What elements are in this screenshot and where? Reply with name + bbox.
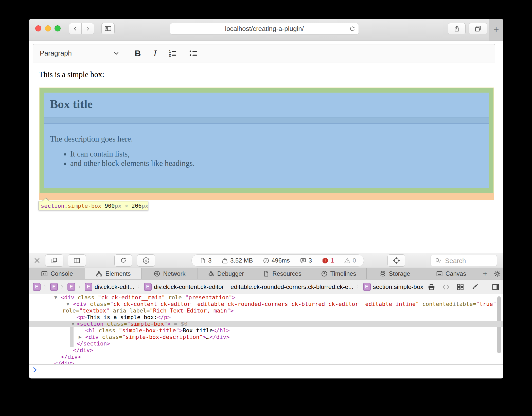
tab-canvas[interactable]: Canvas <box>423 268 479 279</box>
token-attr: class= <box>102 334 122 340</box>
tab-timelines[interactable]: Timelines <box>310 268 367 279</box>
dom-tree-row[interactable]: <p>This is a simple box:</p> <box>29 314 503 321</box>
tabs-overview-icon <box>474 25 482 32</box>
tab-console[interactable]: Console <box>29 268 85 279</box>
dom-code: <p>This is a simple box:</p> <box>29 314 171 321</box>
token-tag: </p> <box>157 314 171 320</box>
dom-code: <div class="simple-box-description">…</d… <box>29 334 230 340</box>
breadcrumb-item[interactable]: Esection.simple-box <box>363 283 423 291</box>
intro-paragraph: This is a simple box: <box>39 70 104 79</box>
token-text: … <box>206 334 209 340</box>
stat-clock[interactable]: 496ms <box>263 257 290 264</box>
token-plain <box>419 301 422 307</box>
search-input[interactable] <box>445 255 494 267</box>
token-val: "textbox" <box>79 307 109 314</box>
dom-tree-row[interactable]: ▶<div class="simple-box-description">…</… <box>29 334 503 340</box>
dom-tree-row[interactable]: </div> <box>29 360 503 364</box>
console-prompt[interactable] <box>29 365 503 378</box>
reload-icon[interactable] <box>349 26 356 32</box>
new-tab-button[interactable]: + <box>489 19 503 41</box>
stat-weight[interactable]: 3.52 MB <box>221 257 253 264</box>
breadcrumb-label: div.ck.ck-edit... <box>95 283 134 290</box>
chevron-right-icon <box>356 284 360 290</box>
tab-label: Resources <box>272 270 302 277</box>
back-button[interactable] <box>69 23 82 34</box>
minimize-window-button[interactable] <box>45 25 51 31</box>
element-badge: E <box>363 283 371 291</box>
stat-document[interactable]: 3 <box>199 257 211 264</box>
show-all-tabs-button[interactable] <box>469 23 487 34</box>
tab-resources[interactable]: Resources <box>254 268 310 279</box>
numbered-list-button[interactable]: 12 <box>167 48 177 58</box>
dock-side-button[interactable] <box>68 254 86 267</box>
share-button[interactable] <box>448 23 466 34</box>
tab-storage[interactable]: Storage <box>367 268 423 279</box>
document-icon <box>199 257 206 264</box>
triangle-right-icon[interactable]: ▶ <box>79 334 82 340</box>
dom-tree-row[interactable]: </div> <box>29 347 503 354</box>
inspector-reload-button[interactable] <box>114 254 132 267</box>
editor-content-area[interactable]: This is a simple box: Box title The desc… <box>33 62 495 200</box>
close-inspector-button[interactable] <box>33 257 41 264</box>
dom-tree-row[interactable]: </section> <box>29 340 503 347</box>
element-picker-button[interactable] <box>387 254 405 267</box>
dom-tree-row[interactable]: role="textbox" aria-label="Rich Text Edi… <box>29 307 503 314</box>
dom-code: <div class="ck ck-content ck-editor__edi… <box>29 301 496 307</box>
stat-error-octagon[interactable]: !1 <box>322 257 334 264</box>
tooltip-class: simple-box <box>68 203 101 209</box>
triangle-down-icon[interactable]: ▼ <box>72 321 75 327</box>
download-button[interactable] <box>137 254 155 267</box>
dom-tree: ▼<div class="ck ck-editor__main" role="p… <box>29 294 503 364</box>
tab-debugger[interactable]: Debugger <box>198 268 254 279</box>
zoom-window-button[interactable] <box>55 25 61 31</box>
stat-warning-triangle[interactable]: 0 <box>344 257 356 264</box>
dom-tree-row[interactable]: <h1 class="simple-box-title">Box title</… <box>29 327 503 334</box>
dom-tree-row[interactable]: </div> <box>29 354 503 360</box>
close-window-button[interactable] <box>35 25 41 31</box>
grid-icon[interactable] <box>456 283 465 291</box>
bold-button[interactable]: B <box>135 48 141 58</box>
box-description-content-overlay: The description goes here. It can contai… <box>44 124 489 188</box>
printer-icon[interactable] <box>427 283 436 291</box>
web-page: Paragraph B I 12 This is a simple box: B… <box>29 41 503 253</box>
heading-dropdown[interactable]: Paragraph <box>40 49 72 57</box>
stat-value: 0 <box>353 257 356 264</box>
token-tag: <div <box>61 294 74 301</box>
sidebar-toggle-button[interactable] <box>101 23 115 34</box>
dom-tree-row[interactable]: ▼<div class="ck ck-editor__main" role="p… <box>29 294 503 301</box>
brush-icon[interactable] <box>471 283 479 291</box>
italic-button[interactable]: I <box>154 48 156 58</box>
bulleted-list-button[interactable] <box>188 48 198 58</box>
breadcrumb-item[interactable]: Ediv.ck.ck-edit... <box>85 283 134 291</box>
code-brackets-icon[interactable] <box>442 283 450 291</box>
token-attr: role= <box>168 294 185 301</box>
console-icon <box>41 270 48 277</box>
timelines-icon <box>321 270 328 277</box>
forward-button[interactable] <box>81 23 94 34</box>
settings-button[interactable] <box>491 268 503 279</box>
add-tab-button[interactable]: + <box>479 268 491 279</box>
breadcrumb-item[interactable]: E <box>67 283 75 291</box>
tab-label: Console <box>50 270 73 277</box>
tab-elements[interactable]: Elements <box>85 268 141 279</box>
bubble-icon <box>300 257 307 264</box>
token-meta: = $0 <box>171 321 187 327</box>
triangle-down-icon[interactable]: ▼ <box>66 301 69 307</box>
stat-bubble[interactable]: 3 <box>300 257 312 264</box>
breadcrumb-item[interactable]: Ediv.ck.ck-content.ck-editor__editable.c… <box>144 283 353 291</box>
inspector-search-field[interactable] <box>431 255 497 266</box>
address-bar[interactable]: localhost/creating-a-plugin/ <box>170 23 359 34</box>
description-paragraph: The description goes here. <box>50 134 133 144</box>
dom-tree-row[interactable]: ▼<section class="simple-box"> = $0 <box>29 321 503 327</box>
detach-inspector-button[interactable] <box>45 254 63 267</box>
tab-network[interactable]: Network <box>141 268 198 279</box>
dom-tree-row[interactable]: ▼<div class="ck ck-content ck-editor__ed… <box>29 301 503 307</box>
breadcrumb-item[interactable]: E <box>33 283 41 291</box>
token-attr: aria-label= <box>113 307 150 314</box>
breadcrumb-item[interactable]: E <box>50 283 58 291</box>
share-icon <box>453 25 460 32</box>
panel-right-icon[interactable] <box>491 283 500 291</box>
chevron-down-icon[interactable] <box>112 49 120 57</box>
token-attr: class= <box>78 294 98 301</box>
triangle-down-icon[interactable]: ▼ <box>54 294 57 301</box>
